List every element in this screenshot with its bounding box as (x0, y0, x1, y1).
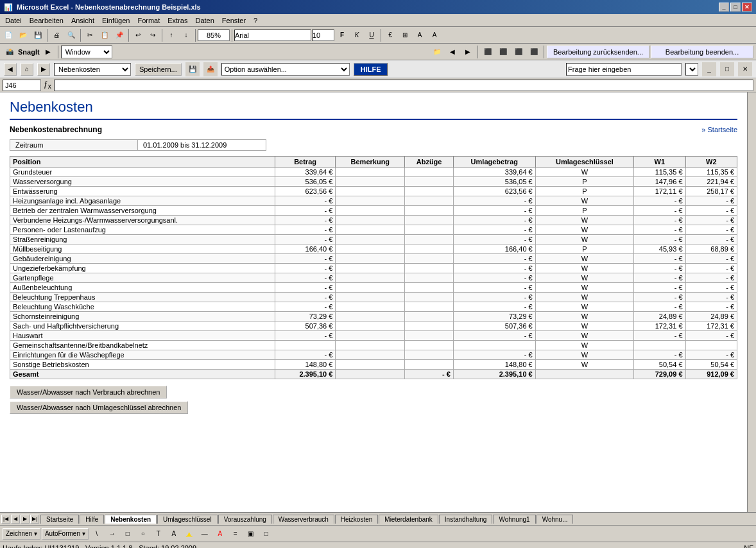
draw-wordart[interactable]: A (167, 527, 181, 541)
minimize-button[interactable]: _ (719, 3, 729, 12)
menu-help[interactable]: ? (250, 16, 261, 25)
draw-arrow[interactable]: → (105, 527, 119, 541)
edit-send-button[interactable]: Bearbeitung zurücksenden... (547, 46, 649, 58)
draw-linecolor[interactable]: — (198, 527, 212, 541)
sheet-tab-hilfe[interactable]: Hilfe (80, 515, 104, 524)
sheet-tab-heizkosten[interactable]: Heizkosten (335, 515, 378, 524)
hilfe-button[interactable]: HILFE (354, 63, 388, 76)
edit-end-button[interactable]: Bearbeitung beenden... (651, 46, 753, 58)
snagit-icon[interactable]: 📸 (3, 45, 17, 59)
sheet-tab-nebenkosten[interactable]: Nebenkosten (105, 515, 157, 524)
draw-fillcolor[interactable]: ▲ (182, 527, 196, 541)
help-search-input[interactable] (566, 63, 682, 76)
sheet-tab-umlageschl-ssel[interactable]: Umlageschlüssel (157, 515, 218, 524)
italic-button[interactable]: K (350, 28, 364, 42)
tab-nav-prev[interactable]: ◀ (11, 515, 20, 524)
menu-ansicht[interactable]: Ansicht (67, 16, 98, 25)
font-name-input[interactable] (234, 30, 311, 41)
snagit-action4[interactable]: ⬛ (527, 45, 541, 59)
sheet-tab-vorauszahlung[interactable]: Vorauszahlung (218, 515, 272, 524)
currency-button[interactable]: € (383, 28, 397, 42)
bold-button[interactable]: F (335, 28, 349, 42)
help-search-select[interactable] (685, 63, 698, 76)
sheet-tab-wohnu---[interactable]: Wohnu... (537, 515, 574, 524)
nav-btn3[interactable]: ▶ (461, 45, 475, 59)
table-cell: P (535, 244, 633, 254)
sort-asc-button[interactable]: ↑ (164, 28, 178, 42)
help-close[interactable]: ✕ (738, 62, 752, 76)
table-cell: Beleuchtung Waschküche (10, 302, 275, 312)
action-btn-1[interactable]: Wasser/Abwasser nach Verbrauch abrechnen (10, 386, 167, 398)
menu-format[interactable]: Format (133, 16, 164, 25)
fill-color-button[interactable]: A (413, 28, 427, 42)
draw-textbox[interactable]: T (151, 527, 166, 541)
print-button[interactable]: 🖨 (49, 28, 64, 42)
draw-shadow[interactable]: ▣ (244, 527, 258, 541)
sheet-tab-instandhaltung[interactable]: Instandhaltung (439, 515, 493, 524)
snagit-extra-btn[interactable]: ▶ (41, 45, 55, 59)
menu-bearbeiten[interactable]: Bearbeiten (26, 16, 67, 25)
ws-nav-back[interactable]: ◀ (4, 63, 17, 76)
snagit-action2[interactable]: ⬛ (496, 45, 510, 59)
paste-button[interactable]: 📌 (112, 28, 126, 42)
open-button[interactable]: 📂 (16, 28, 30, 42)
window-select[interactable]: Window (61, 46, 112, 58)
table-cell: W (535, 235, 633, 244)
folder-nav-btn[interactable]: 📁 (430, 45, 444, 59)
font-color-button[interactable]: A (427, 28, 442, 42)
cut-button[interactable]: ✂ (83, 28, 97, 42)
menu-einfuegen[interactable]: Einfügen (98, 16, 133, 25)
tab-nav-last[interactable]: ▶| (30, 515, 39, 524)
undo-button[interactable]: ↩ (131, 28, 145, 42)
save-button[interactable]: 💾 (31, 28, 45, 42)
sheet-tab-wohnung1[interactable]: Wohnung1 (493, 515, 535, 524)
ws-save-icon2[interactable]: 📤 (203, 62, 218, 76)
snagit-action1[interactable]: ⬛ (481, 45, 495, 59)
snagit-action3[interactable]: ⬛ (511, 45, 526, 59)
sheet-tab-startseite[interactable]: Startseite (40, 515, 79, 524)
draw-line[interactable]: \ (90, 527, 104, 541)
draw-zeichnen[interactable]: Zeichnen ▾ (3, 528, 40, 540)
menu-extras[interactable]: Extras (164, 16, 191, 25)
option-select[interactable]: Option auswählen... (221, 63, 350, 76)
new-button[interactable]: 📄 (1, 28, 15, 42)
ws-nav-fwd[interactable]: ▶ (37, 63, 50, 76)
ws-save-icon[interactable]: 💾 (185, 62, 200, 76)
menu-fenster[interactable]: Fenster (218, 16, 250, 25)
startseite-link[interactable]: » Startseite (701, 126, 737, 133)
sort-desc-button[interactable]: ↓ (179, 28, 193, 42)
draw-equal[interactable]: = (228, 527, 243, 541)
sheet-tab-wasserverbrauch[interactable]: Wasserverbrauch (273, 515, 334, 524)
menu-daten[interactable]: Daten (191, 16, 218, 25)
action-btn-2[interactable]: Wasser/Abwasser nach Umlageschlüssel abr… (10, 401, 188, 414)
tab-nav-next[interactable]: ▶ (21, 515, 30, 524)
help-restore[interactable]: □ (720, 62, 734, 76)
draw-fontcolor[interactable]: A (213, 527, 227, 541)
menu-datei[interactable]: Datei (1, 16, 26, 25)
table-cell: - € (634, 216, 685, 225)
draw-3d[interactable]: □ (259, 527, 273, 541)
sheet-tab-mieterdatenbank[interactable]: Mieterdatenbank (379, 515, 438, 524)
preview-button[interactable]: 🔍 (64, 28, 78, 42)
help-minimize[interactable]: _ (702, 62, 716, 76)
font-size-input[interactable] (312, 30, 334, 41)
draw-autoformen[interactable]: AutoFormen ▾ (42, 528, 89, 540)
vertical-scrollbar[interactable] (747, 92, 756, 512)
redo-button[interactable]: ↪ (146, 28, 160, 42)
nav-btn2[interactable]: ◀ (445, 45, 460, 59)
formula-input[interactable] (54, 80, 753, 91)
underline-button[interactable]: U (365, 28, 379, 42)
close-button[interactable]: ✕ (742, 3, 752, 12)
copy-button[interactable]: 📋 (98, 28, 112, 42)
ws-nav-home[interactable]: ⌂ (21, 63, 33, 76)
tab-nav-first[interactable]: |◀ (1, 515, 10, 524)
formula-bar: ƒx (0, 78, 756, 92)
draw-rect[interactable]: □ (121, 527, 135, 541)
ws-save-button[interactable]: Speichern... (135, 63, 182, 76)
maximize-button[interactable]: □ (730, 3, 741, 12)
border-button[interactable]: ⊞ (398, 28, 412, 42)
name-box[interactable] (3, 80, 41, 91)
draw-oval[interactable]: ○ (136, 527, 150, 541)
zoom-input[interactable] (198, 30, 230, 41)
sheet-name-select[interactable]: Nebenkosten (54, 63, 131, 76)
